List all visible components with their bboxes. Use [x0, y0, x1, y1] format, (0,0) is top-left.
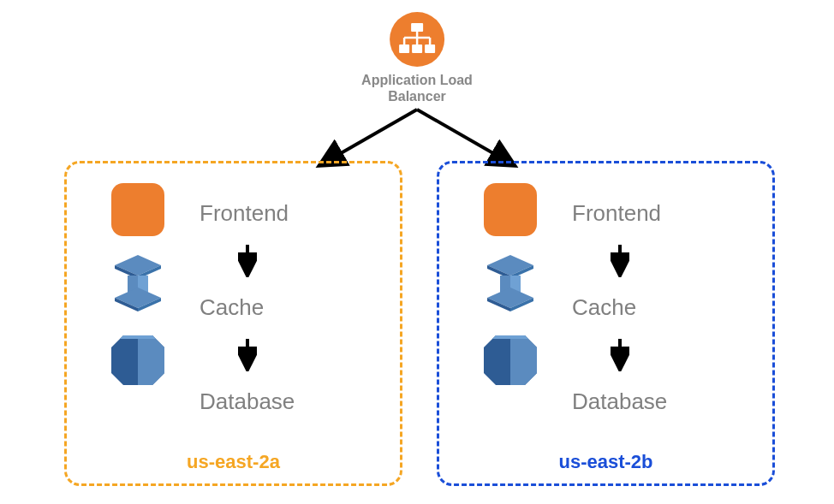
cache-label: Cache: [572, 277, 667, 337]
alb-icon: [390, 12, 444, 67]
svg-marker-16: [115, 288, 161, 308]
svg-marker-29: [487, 288, 533, 308]
svg-marker-34: [492, 335, 528, 339]
arrow-down-icon: [200, 337, 295, 371]
zone-a-icon-stack: [105, 183, 170, 390]
zone-a-labels: Frontend Cache Database: [200, 183, 295, 431]
svg-rect-8: [425, 44, 435, 53]
database-label: Database: [200, 371, 295, 431]
cache-icon: [480, 253, 540, 313]
database-icon: [480, 330, 540, 390]
svg-marker-24: [487, 255, 533, 276]
availability-zone-b: Frontend Cache Database us-east-2b: [437, 161, 775, 486]
svg-line-10: [417, 110, 509, 163]
cache-label: Cache: [200, 277, 295, 337]
zone-b-labels: Frontend Cache Database: [572, 183, 667, 431]
database-icon: [108, 330, 168, 390]
svg-rect-6: [399, 44, 409, 53]
svg-rect-0: [411, 23, 423, 32]
frontend-icon: [484, 183, 537, 236]
zone-b-icon-stack: [478, 183, 542, 390]
zone-b-name: us-east-2b: [558, 451, 652, 473]
frontend-label: Frontend: [572, 183, 667, 243]
arrow-down-icon: [572, 337, 667, 371]
arrow-down-icon: [200, 243, 295, 277]
alb-label: Application Load Balancer: [361, 72, 473, 104]
svg-line-9: [325, 110, 417, 163]
load-balancer-node: Application Load Balancer: [361, 12, 473, 104]
svg-marker-21: [120, 335, 156, 339]
svg-rect-7: [412, 44, 422, 53]
zone-a-name: us-east-2a: [187, 451, 280, 473]
frontend-icon: [111, 183, 164, 236]
cache-icon: [108, 253, 168, 313]
availability-zone-a: Frontend Cache Database us-east-2a: [64, 161, 402, 486]
database-label: Database: [572, 371, 667, 431]
svg-marker-11: [115, 255, 161, 276]
arrow-down-icon: [572, 243, 667, 277]
frontend-label: Frontend: [200, 183, 295, 243]
